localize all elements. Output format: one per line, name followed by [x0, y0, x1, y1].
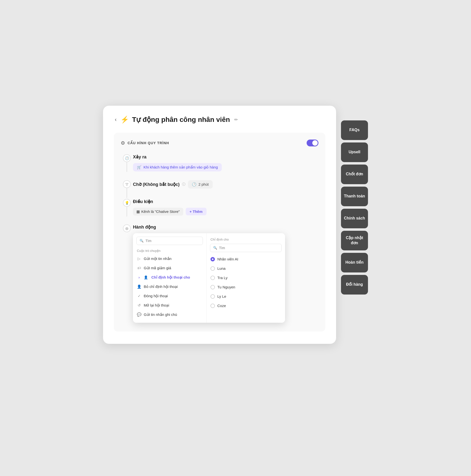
reopen-icon: ↺: [137, 303, 141, 307]
dropdown-item-label-7: Gửi tin nhắn ghi chú: [144, 312, 177, 317]
radio-label-2: Luna: [217, 266, 226, 271]
step-label-dieu-kien: Điều kiện: [133, 199, 318, 204]
condition-text: Kênh là "Chative Store": [141, 209, 180, 214]
step-dieu-kien: 💡 Điều kiện ▦ Kênh là "Chative Store" + …: [121, 198, 318, 223]
step-hanh-dong: ◎ Hành động 🔍 Cuộc trò chuyện: [121, 223, 318, 323]
dropdown-section-label: Cuộc trò chuyện: [133, 247, 206, 254]
radio-circle-2: [210, 266, 215, 271]
dropdown-item-gui-ghi-chu[interactable]: 💬 Gửi tin nhắn ghi chú: [133, 310, 206, 319]
step-line-2: [127, 188, 127, 198]
condition-row: ▦ Kênh là "Chative Store" + Thêm: [133, 208, 318, 216]
add-more-button[interactable]: + Thêm: [186, 208, 207, 215]
edit-icon[interactable]: ✏: [234, 117, 238, 122]
time-icon: 🕐: [192, 182, 196, 187]
sidebar-buttons: FAQs Upsell Chốt đơn Thanh toán Chính sá…: [341, 120, 368, 294]
dropdown-right-title: Chỉ định cho: [207, 237, 285, 244]
radio-circle-3: [210, 276, 215, 280]
step-badge-xay-ra[interactable]: 🛒 Khi khách hàng thêm sản phẩm vào giỏ h…: [133, 163, 222, 171]
dropdown-item-mo-lai[interactable]: ↺ Mở lại hội thoại: [133, 301, 206, 310]
time-badge[interactable]: 🕐 2 phút: [188, 180, 213, 188]
dropdown-item-label-2: Gửi mã giảm giá: [144, 266, 171, 270]
search-icon-right: 🔍: [213, 246, 217, 250]
sidebar-btn-chot-don[interactable]: Chốt đơn: [341, 165, 368, 184]
section-title: CẤU HÌNH QUY TRÌNH: [128, 141, 169, 145]
condition-badge[interactable]: ▦ Kênh là "Chative Store": [133, 208, 183, 216]
dropdown-item-label-5: Đóng hội thoại: [144, 294, 168, 298]
section-settings-icon: ⚙: [121, 140, 125, 146]
step-line-3: [127, 207, 127, 217]
send-icon: ▷: [137, 256, 141, 261]
step-icon-xay-ra: 🕐: [123, 154, 131, 162]
radio-label-4: Tu Nguyen: [217, 285, 235, 289]
toggle-switch[interactable]: [307, 139, 318, 146]
step-content-dieu-kien: Điều kiện ▦ Kênh là "Chative Store" + Th…: [133, 198, 318, 223]
page-title: Tự động phân công nhân viên: [132, 116, 230, 124]
condition-icon: ▦: [136, 209, 140, 214]
sidebar-btn-cap-nhat-don[interactable]: Cập nhật đơn: [341, 231, 368, 250]
dropdown-item-label-6: Mở lại hội thoại: [144, 303, 169, 307]
dropdown-item-chi-dinh[interactable]: › 👤 Chỉ định hội thoại cho: [133, 273, 206, 282]
search-icon-left: 🔍: [140, 239, 143, 242]
dropdown-item-bo-chi-dinh[interactable]: 👤 Bỏ chỉ định hội thoại: [133, 282, 206, 291]
step-col-3: 💡: [121, 198, 133, 217]
step-icon-hanh-dong: ◎: [123, 224, 131, 232]
dropdown-right-search[interactable]: 🔍: [210, 244, 282, 252]
dropdown-item-label-3: Chỉ định hội thoại cho: [151, 275, 190, 280]
badge-text-xay-ra: Khi khách hàng thêm sản phẩm vào giỏ hàn…: [143, 165, 218, 170]
sidebar-btn-faqs[interactable]: FAQs: [341, 120, 368, 140]
sidebar-btn-doi-hang[interactable]: Đổi hàng: [341, 275, 368, 294]
assign-icon: ›: [137, 275, 141, 279]
step-col-2: ▽: [121, 179, 133, 198]
sidebar-btn-hoan-tien[interactable]: Hoàn tiền: [341, 253, 368, 272]
step-col-4: ◎: [121, 223, 133, 232]
dropdown-item-label-4: Bỏ chỉ định hội thoại: [144, 285, 178, 289]
radio-coze[interactable]: Coze: [207, 301, 285, 310]
step-icon-cho: ▽: [123, 180, 131, 188]
radio-label-1: Nhân viên AI: [217, 257, 238, 261]
radio-tu-nguyen[interactable]: Tu Nguyen: [207, 283, 285, 292]
radio-tra-ly[interactable]: Tra Ly: [207, 273, 285, 283]
radio-label-6: Coze: [217, 304, 226, 308]
section-title-row: ⚙ CẤU HÌNH QUY TRÌNH: [121, 140, 169, 146]
radio-label-5: Ly Le: [217, 294, 226, 298]
search-input-right[interactable]: [219, 246, 279, 250]
main-card: ‹ ⚡ Tự động phân công nhân viên ✏ ⚙ CẤU …: [103, 106, 336, 344]
step-content-cho: Chờ (Không bắt buộc) ⓘ 🕐 2 phút: [133, 179, 318, 196]
note-icon: 💬: [137, 312, 141, 317]
close-conv-icon: ✓: [137, 294, 141, 298]
radio-circle-1: [210, 257, 215, 261]
step-line-1: [127, 162, 127, 172]
dropdown-left-search[interactable]: 🔍: [136, 237, 203, 245]
step-xay-ra: 🕐 Xảy ra 🛒 Khi khách hàng thêm sản phẩm …: [121, 153, 318, 179]
sidebar-btn-thanh-toan[interactable]: Thanh toán: [341, 187, 368, 206]
dropdown-item-gui-ma[interactable]: 🏷 Gửi mã giảm giá: [133, 263, 206, 273]
step-content-xay-ra: Xảy ra 🛒 Khi khách hàng thêm sản phẩm và…: [133, 153, 318, 179]
radio-circle-6: [210, 304, 215, 308]
unassign-icon: 👤: [137, 285, 141, 289]
page-header: ‹ ⚡ Tự động phân công nhân viên ✏: [114, 116, 325, 124]
radio-circle-4: [210, 285, 215, 289]
cart-icon: 🛒: [137, 165, 141, 170]
info-icon-cho: ⓘ: [182, 182, 185, 187]
header-icon: ⚡: [121, 116, 129, 124]
radio-label-3: Tra Ly: [217, 276, 227, 280]
step-label-xay-ra: Xảy ra: [133, 154, 318, 160]
tag-icon: 🏷: [137, 266, 141, 270]
radio-luna[interactable]: Luna: [207, 264, 285, 273]
config-section: ⚙ CẤU HÌNH QUY TRÌNH 🕐 Xảy ra 🛒 Khi khác…: [114, 133, 325, 332]
dropdown-item-gui-tin[interactable]: ▷ Gửi một tin nhắn: [133, 254, 206, 263]
step-icon-dieu-kien: 💡: [123, 199, 131, 207]
dropdown-item-dong[interactable]: ✓ Đóng hội thoại: [133, 291, 206, 301]
radio-nhan-vien-ai[interactable]: Nhân viên AI: [207, 255, 285, 264]
back-button[interactable]: ‹: [114, 116, 118, 124]
sidebar-btn-upsell[interactable]: Upsell: [341, 142, 368, 162]
wait-row: Chờ (Không bắt buộc) ⓘ 🕐 2 phút: [133, 180, 318, 188]
section-header: ⚙ CẤU HÌNH QUY TRÌNH: [121, 139, 318, 146]
step-col-1: 🕐: [121, 153, 133, 172]
search-input-left[interactable]: [145, 239, 200, 243]
step-label-hanh-dong: Hành động: [133, 224, 318, 230]
radio-ly-le[interactable]: Ly Le: [207, 292, 285, 301]
dropdown-item-label-1: Gửi một tin nhắn: [144, 256, 172, 261]
dropdown-left-panel: 🔍 Cuộc trò chuyện ▷ Gửi một tin nhắn 🏷: [133, 233, 207, 323]
sidebar-btn-chinh-sach[interactable]: Chính sách: [341, 209, 368, 228]
